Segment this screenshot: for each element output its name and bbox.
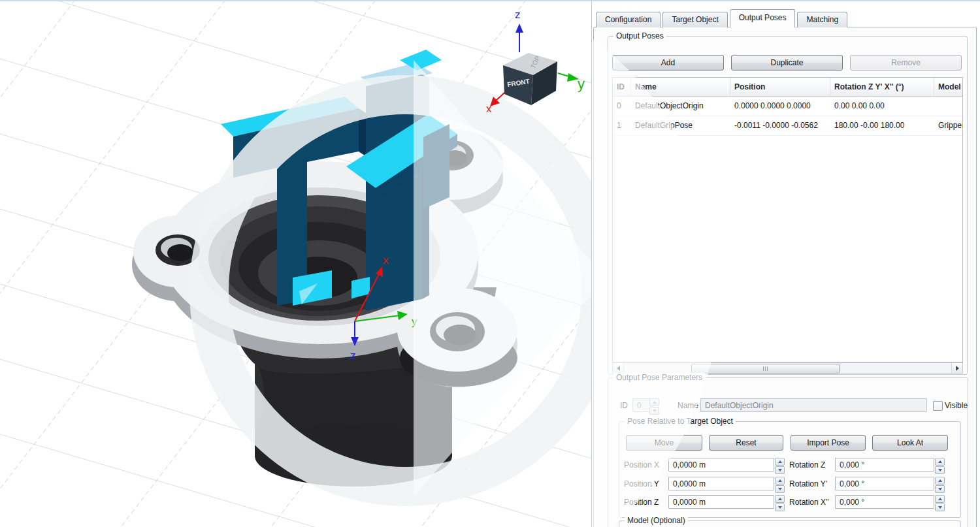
tab-configuration[interactable]: Configuration [596, 12, 661, 27]
name-label: Name [678, 398, 698, 413]
header-model[interactable]: Model [934, 78, 962, 96]
output-pose-parameters-label: Output Pose Parameters [613, 373, 705, 382]
duplicate-button[interactable]: Duplicate [731, 55, 843, 71]
rotation-z-spinner[interactable] [935, 458, 945, 472]
3d-scene[interactable]: x y z TOP FRONT [0, 0, 591, 527]
cell-id: 0 [613, 97, 631, 116]
position-z-spinner[interactable] [775, 495, 785, 509]
spin-down-icon[interactable] [775, 503, 785, 511]
spin-up-icon[interactable] [775, 458, 785, 466]
header-id[interactable]: ID [613, 78, 631, 96]
application-window: x y z TOP FRONT [0, 0, 980, 527]
cell-model: Gripper [934, 116, 962, 135]
rotation-y-spinner[interactable] [935, 477, 945, 491]
spin-down-icon[interactable] [775, 485, 785, 493]
add-button[interactable]: Add [612, 55, 724, 71]
model-optional-group-label: Model (Optional) [625, 516, 688, 525]
spin-up-icon[interactable] [935, 458, 945, 466]
spin-down-icon[interactable] [935, 466, 945, 474]
cell-model [934, 97, 962, 116]
spin-down-icon[interactable] [649, 407, 659, 415]
cell-rotation: 0.00 0.00 0.00 [830, 97, 934, 116]
look-at-button[interactable]: Look At [872, 435, 948, 451]
cube-z-label: z [515, 8, 521, 21]
tab-bar: Configuration Target Object Output Poses… [596, 10, 849, 27]
3d-viewport[interactable]: x y z TOP FRONT [0, 0, 592, 527]
pose-relative-group-label: Pose Relative to Target Object [625, 417, 736, 426]
move-button[interactable]: Move [626, 435, 702, 451]
reset-button[interactable]: Reset [709, 435, 783, 451]
cell-name: DefaultObjectOrigin [631, 97, 730, 116]
visible-label: Visible [945, 398, 968, 413]
pose-relative-group: Pose Relative to Target Object Move Rese… [619, 421, 961, 518]
cell-rotation: 180.00 -0.00 180.00 [830, 116, 934, 135]
output-poses-group: Output Poses Add Duplicate Remove ID Nam… [608, 36, 968, 375]
spin-up-icon[interactable] [775, 495, 785, 503]
cube-x-label: x [486, 103, 492, 115]
visible-checkbox[interactable] [933, 401, 943, 411]
position-y-spinner[interactable] [775, 477, 785, 491]
cell-name: DefaultGripPose [631, 116, 730, 135]
gizmo-x-label: x [383, 254, 389, 266]
gizmo-z-label: z [350, 349, 356, 362]
table-horizontal-scrollbar[interactable] [612, 362, 963, 374]
import-pose-button[interactable]: Import Pose [791, 435, 866, 451]
spin-up-icon[interactable] [935, 477, 945, 485]
id-spinner[interactable] [649, 398, 659, 413]
rotation-z-field[interactable]: 0,000 ° [835, 458, 934, 471]
rotation-x-field[interactable]: 0,000 ° [835, 495, 934, 509]
cube-y-label: y [578, 76, 585, 92]
rotation-y-label: Rotation Y' [789, 477, 827, 491]
cell-position: 0.0000 0.0000 0.0000 [730, 97, 830, 116]
name-field[interactable]: DefaultObjectOrigin [700, 398, 927, 412]
output-poses-group-label: Output Poses [613, 31, 666, 40]
rotation-x-label: Rotation X'' [789, 495, 829, 509]
header-position[interactable]: Position [730, 78, 830, 96]
table-header-row: ID Name Position Rotation Z Y' X'' (°) M… [613, 78, 962, 97]
cell-position: -0.0011 -0.0000 -0.0562 [730, 116, 830, 135]
spin-up-icon[interactable] [935, 495, 945, 503]
output-poses-table[interactable]: ID Name Position Rotation Z Y' X'' (°) M… [612, 77, 963, 362]
position-x-field[interactable]: 0,0000 m [668, 458, 774, 471]
tab-matching[interactable]: Matching [797, 12, 847, 27]
settings-panel: Configuration Target Object Output Poses… [592, 0, 980, 527]
cell-id: 1 [613, 116, 631, 135]
scrollbar-thumb[interactable] [691, 364, 840, 374]
spin-down-icon[interactable] [935, 503, 945, 511]
position-x-spinner[interactable] [775, 458, 785, 472]
id-label: ID [620, 398, 628, 413]
model-optional-group: Model (Optional) [619, 520, 961, 527]
remove-button[interactable]: Remove [850, 55, 962, 71]
rotation-x-spinner[interactable] [935, 495, 945, 509]
position-y-label: Position Y [624, 477, 659, 491]
spin-down-icon[interactable] [775, 466, 785, 474]
table-row[interactable]: 0 DefaultObjectOrigin 0.0000 0.0000 0.00… [613, 97, 962, 116]
spin-down-icon[interactable] [935, 485, 945, 493]
position-x-label: Position X [624, 458, 659, 472]
scroll-right-icon[interactable] [951, 363, 962, 373]
tab-output-poses[interactable]: Output Poses [730, 9, 796, 27]
spin-up-icon[interactable] [775, 477, 785, 485]
scroll-left-icon[interactable] [613, 363, 624, 373]
header-name[interactable]: Name [631, 78, 730, 96]
position-z-field[interactable]: 0,0000 m [668, 495, 774, 509]
table-row[interactable]: 1 DefaultGripPose -0.0011 -0.0000 -0.056… [613, 116, 962, 136]
output-pose-parameters-group: Output Pose Parameters ID 0 Name Default… [608, 377, 968, 527]
spin-up-icon[interactable] [649, 398, 659, 406]
position-z-label: Position Z [624, 495, 659, 509]
header-rotation[interactable]: Rotation Z Y' X'' (°) [830, 78, 934, 96]
tab-target-object[interactable]: Target Object [662, 12, 727, 27]
rotation-z-label: Rotation Z [789, 458, 825, 472]
rotation-y-field[interactable]: 0,000 ° [835, 477, 934, 490]
cube-z-arrow-icon [515, 24, 523, 33]
position-y-field[interactable]: 0,0000 m [668, 477, 774, 490]
